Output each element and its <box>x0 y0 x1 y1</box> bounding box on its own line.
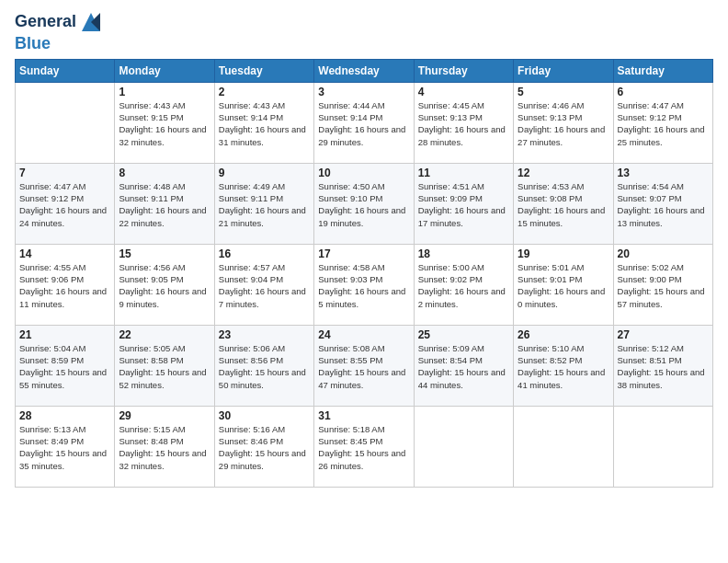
day-info: Sunrise: 4:54 AMSunset: 9:07 PMDaylight:… <box>618 180 709 229</box>
day-info: Sunrise: 4:50 AMSunset: 9:10 PMDaylight:… <box>318 180 409 229</box>
day-info: Sunrise: 5:01 AMSunset: 9:01 PMDaylight:… <box>518 261 609 310</box>
day-number: 26 <box>518 328 609 341</box>
day-info: Sunrise: 5:10 AMSunset: 8:52 PMDaylight:… <box>518 342 609 391</box>
day-number: 1 <box>119 86 210 98</box>
day-info: Sunrise: 4:46 AMSunset: 9:13 PMDaylight:… <box>518 99 609 148</box>
day-cell: 2Sunrise: 4:43 AMSunset: 9:14 PMDaylight… <box>214 82 313 163</box>
week-row-1: 1Sunrise: 4:43 AMSunset: 9:15 PMDaylight… <box>16 82 713 163</box>
day-info: Sunrise: 4:49 AMSunset: 9:11 PMDaylight:… <box>219 180 310 229</box>
day-cell: 27Sunrise: 5:12 AMSunset: 8:51 PMDayligh… <box>613 325 712 406</box>
day-info: Sunrise: 5:08 AMSunset: 8:55 PMDaylight:… <box>318 342 409 391</box>
day-number: 6 <box>618 86 709 98</box>
day-cell: 29Sunrise: 5:15 AMSunset: 8:48 PMDayligh… <box>115 406 214 487</box>
day-cell: 19Sunrise: 5:01 AMSunset: 9:01 PMDayligh… <box>514 244 613 325</box>
day-number: 3 <box>318 86 409 98</box>
day-number: 2 <box>219 86 310 98</box>
day-info: Sunrise: 4:43 AMSunset: 9:15 PMDaylight:… <box>119 99 210 148</box>
day-info: Sunrise: 5:16 AMSunset: 8:46 PMDaylight:… <box>219 423 310 472</box>
day-cell <box>414 406 513 487</box>
weekday-header-tuesday: Tuesday <box>214 59 313 82</box>
day-cell: 18Sunrise: 5:00 AMSunset: 9:02 PMDayligh… <box>414 244 513 325</box>
day-cell: 8Sunrise: 4:48 AMSunset: 9:11 PMDaylight… <box>115 163 214 244</box>
day-info: Sunrise: 4:58 AMSunset: 9:03 PMDaylight:… <box>318 261 409 310</box>
day-info: Sunrise: 4:45 AMSunset: 9:13 PMDaylight:… <box>418 99 509 148</box>
day-cell: 11Sunrise: 4:51 AMSunset: 9:09 PMDayligh… <box>414 163 513 244</box>
day-cell: 9Sunrise: 4:49 AMSunset: 9:11 PMDaylight… <box>214 163 313 244</box>
day-info: Sunrise: 5:09 AMSunset: 8:54 PMDaylight:… <box>418 342 509 391</box>
logo: General Blue <box>15 9 104 53</box>
day-cell <box>16 82 115 163</box>
week-row-5: 28Sunrise: 5:13 AMSunset: 8:49 PMDayligh… <box>16 406 713 487</box>
day-cell: 6Sunrise: 4:47 AMSunset: 9:12 PMDaylight… <box>613 82 712 163</box>
day-cell <box>514 406 613 487</box>
day-number: 27 <box>618 328 709 341</box>
logo-text-general: General <box>15 13 76 31</box>
day-info: Sunrise: 5:00 AMSunset: 9:02 PMDaylight:… <box>418 261 509 310</box>
day-info: Sunrise: 5:05 AMSunset: 8:58 PMDaylight:… <box>119 342 210 391</box>
calendar-table: SundayMondayTuesdayWednesdayThursdayFrid… <box>15 59 713 488</box>
day-cell: 14Sunrise: 4:55 AMSunset: 9:06 PMDayligh… <box>16 244 115 325</box>
day-number: 4 <box>418 86 509 98</box>
day-cell: 10Sunrise: 4:50 AMSunset: 9:10 PMDayligh… <box>314 163 414 244</box>
weekday-header-friday: Friday <box>514 59 613 82</box>
day-info: Sunrise: 4:43 AMSunset: 9:14 PMDaylight:… <box>219 99 310 148</box>
day-number: 31 <box>318 409 409 422</box>
logo-text-blue: Blue <box>15 34 51 52</box>
day-number: 20 <box>618 247 709 260</box>
day-number: 9 <box>219 167 310 179</box>
day-number: 18 <box>418 247 509 260</box>
week-row-2: 7Sunrise: 4:47 AMSunset: 9:12 PMDaylight… <box>16 163 713 244</box>
day-cell: 17Sunrise: 4:58 AMSunset: 9:03 PMDayligh… <box>314 244 414 325</box>
day-number: 24 <box>318 328 409 341</box>
day-info: Sunrise: 4:56 AMSunset: 9:05 PMDaylight:… <box>119 261 210 310</box>
day-number: 8 <box>119 167 210 179</box>
day-cell: 4Sunrise: 4:45 AMSunset: 9:13 PMDaylight… <box>414 82 513 163</box>
day-cell: 7Sunrise: 4:47 AMSunset: 9:12 PMDaylight… <box>16 163 115 244</box>
day-number: 11 <box>418 167 509 179</box>
day-number: 16 <box>219 247 310 260</box>
day-info: Sunrise: 5:15 AMSunset: 8:48 PMDaylight:… <box>119 423 210 472</box>
day-cell: 24Sunrise: 5:08 AMSunset: 8:55 PMDayligh… <box>314 325 414 406</box>
calendar-page: General Blue SundayMondayTuesdayWednesda… <box>0 0 728 563</box>
day-cell: 22Sunrise: 5:05 AMSunset: 8:58 PMDayligh… <box>115 325 214 406</box>
day-info: Sunrise: 4:51 AMSunset: 9:09 PMDaylight:… <box>418 180 509 229</box>
day-number: 15 <box>119 247 210 260</box>
day-cell: 16Sunrise: 4:57 AMSunset: 9:04 PMDayligh… <box>214 244 313 325</box>
day-number: 14 <box>19 247 110 260</box>
day-cell: 1Sunrise: 4:43 AMSunset: 9:15 PMDaylight… <box>115 82 214 163</box>
day-cell: 3Sunrise: 4:44 AMSunset: 9:14 PMDaylight… <box>314 82 414 163</box>
day-number: 25 <box>418 328 509 341</box>
day-info: Sunrise: 4:44 AMSunset: 9:14 PMDaylight:… <box>318 99 409 148</box>
weekday-header-monday: Monday <box>115 59 214 82</box>
day-number: 13 <box>618 167 709 179</box>
day-info: Sunrise: 4:47 AMSunset: 9:12 PMDaylight:… <box>19 180 110 229</box>
day-cell: 30Sunrise: 5:16 AMSunset: 8:46 PMDayligh… <box>214 406 313 487</box>
weekday-header-saturday: Saturday <box>613 59 712 82</box>
day-cell: 21Sunrise: 5:04 AMSunset: 8:59 PMDayligh… <box>16 325 115 406</box>
day-info: Sunrise: 5:04 AMSunset: 8:59 PMDaylight:… <box>19 342 110 391</box>
day-info: Sunrise: 4:53 AMSunset: 9:08 PMDaylight:… <box>518 180 609 229</box>
day-cell: 20Sunrise: 5:02 AMSunset: 9:00 PMDayligh… <box>613 244 712 325</box>
day-info: Sunrise: 4:48 AMSunset: 9:11 PMDaylight:… <box>119 180 210 229</box>
day-number: 29 <box>119 409 210 422</box>
week-row-4: 21Sunrise: 5:04 AMSunset: 8:59 PMDayligh… <box>16 325 713 406</box>
day-number: 17 <box>318 247 409 260</box>
day-cell: 23Sunrise: 5:06 AMSunset: 8:56 PMDayligh… <box>214 325 313 406</box>
day-number: 21 <box>19 328 110 341</box>
day-cell: 28Sunrise: 5:13 AMSunset: 8:49 PMDayligh… <box>16 406 115 487</box>
day-number: 5 <box>518 86 609 98</box>
day-cell: 26Sunrise: 5:10 AMSunset: 8:52 PMDayligh… <box>514 325 613 406</box>
day-cell <box>613 406 712 487</box>
day-number: 23 <box>219 328 310 341</box>
logo-icon <box>78 9 104 35</box>
day-number: 19 <box>518 247 609 260</box>
day-number: 10 <box>318 167 409 179</box>
day-cell: 31Sunrise: 5:18 AMSunset: 8:45 PMDayligh… <box>314 406 414 487</box>
weekday-header-thursday: Thursday <box>414 59 513 82</box>
day-number: 28 <box>19 409 110 422</box>
day-info: Sunrise: 5:02 AMSunset: 9:00 PMDaylight:… <box>618 261 709 310</box>
day-number: 30 <box>219 409 310 422</box>
day-info: Sunrise: 5:12 AMSunset: 8:51 PMDaylight:… <box>618 342 709 391</box>
day-info: Sunrise: 4:57 AMSunset: 9:04 PMDaylight:… <box>219 261 310 310</box>
day-info: Sunrise: 5:13 AMSunset: 8:49 PMDaylight:… <box>19 423 110 472</box>
